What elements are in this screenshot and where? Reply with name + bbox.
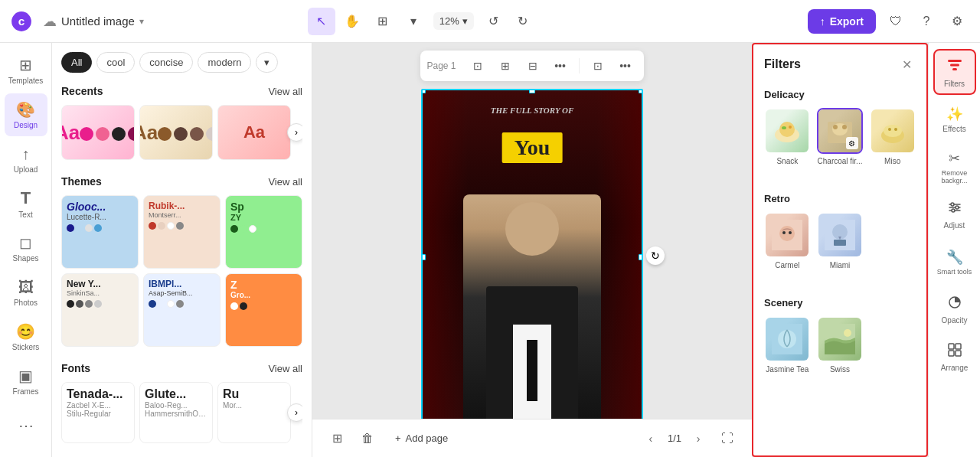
- recent-card-1[interactable]: Aa: [61, 105, 135, 160]
- handle-top-left[interactable]: [421, 89, 426, 93]
- zoom-control[interactable]: 12% ▾: [433, 12, 474, 30]
- canvas-rotate-handle[interactable]: ↻: [646, 246, 665, 265]
- arrange-icon: [947, 342, 962, 361]
- theme-card-sp[interactable]: Sp ZY: [225, 195, 302, 269]
- handle-middle-right[interactable]: [639, 254, 643, 260]
- recents-grid: Aa Aa: [61, 105, 302, 160]
- svg-rect-26: [948, 60, 962, 62]
- canvas-fullscreen-button[interactable]: ⛶: [715, 426, 740, 451]
- themes-title: Themes: [61, 175, 102, 188]
- sidebar-item-text[interactable]: T Text: [5, 182, 47, 225]
- add-page-button[interactable]: + Add page: [386, 428, 457, 449]
- sidebar-item-photos[interactable]: 🖼 Photos: [5, 271, 47, 314]
- theme-card-z[interactable]: Z Gro...: [225, 273, 302, 347]
- handle-top-right[interactable]: [639, 89, 643, 93]
- tag-all[interactable]: All: [61, 52, 92, 73]
- svg-rect-36: [956, 351, 961, 356]
- right-sidebar-smart-tools[interactable]: 🔧 Smart tools: [933, 239, 976, 285]
- design-panel: All cool concise modern ▾ Recents View a…: [52, 43, 312, 457]
- canvas-extra-button-2[interactable]: •••: [613, 54, 638, 78]
- right-sidebar-filters[interactable]: Filters: [933, 49, 976, 95]
- tag-more-button[interactable]: ▾: [256, 52, 278, 73]
- filter-charcoal[interactable]: ⚙ Charcoal fir...: [817, 108, 864, 165]
- sidebar-item-upload[interactable]: ↑ Upload: [5, 138, 47, 181]
- canvas-delete-button[interactable]: 🗑: [355, 426, 380, 451]
- filter-carmel[interactable]: Carmel: [764, 212, 811, 269]
- canvas-copy-button[interactable]: ⊟: [521, 54, 545, 78]
- sidebar-item-frames[interactable]: ▣ Frames: [5, 360, 47, 403]
- fonts-next-button[interactable]: ›: [287, 403, 302, 422]
- export-button[interactable]: ↑ Export: [808, 9, 876, 34]
- sidebar-item-templates[interactable]: ⊞ Templates: [5, 49, 47, 92]
- main-content: ⊞ Templates 🎨 Design ↑ Upload T Text ◻ S…: [0, 43, 980, 457]
- right-sidebar-arrange[interactable]: Arrange: [933, 334, 976, 380]
- layout-tool-button[interactable]: ⊞: [369, 8, 397, 35]
- miami-thumb: [817, 212, 863, 258]
- tag-modern[interactable]: modern: [198, 52, 251, 73]
- font-glute-sub2: HammersmithOn...: [145, 410, 207, 418]
- snack-thumb: [764, 108, 810, 154]
- tag-cool[interactable]: cool: [96, 52, 135, 73]
- sidebar-item-design[interactable]: 🎨 Design: [5, 93, 47, 136]
- theme-card-newy[interactable]: New Y... SinkinSa...: [61, 273, 139, 347]
- fonts-view-all[interactable]: View all: [268, 363, 302, 374]
- font-card-glute[interactable]: Glute... Baloo-Reg... HammersmithOn...: [139, 382, 213, 443]
- font-card-tenada[interactable]: Tenada-... Zacbel X-E... Stilu-Regular: [61, 382, 135, 443]
- canvas-frame-button[interactable]: ⊡: [466, 54, 490, 78]
- font-card-ru[interactable]: Ru Mor...: [217, 382, 291, 443]
- recent-card-2[interactable]: Aa: [139, 105, 213, 160]
- handle-middle-left[interactable]: [421, 254, 426, 260]
- canvas-frame[interactable]: THE FULL STORY OF You: [421, 89, 643, 426]
- hand-tool-button[interactable]: ✋: [338, 8, 366, 35]
- right-sidebar-opacity[interactable]: Opacity: [933, 286, 976, 332]
- recents-view-all[interactable]: View all: [268, 86, 302, 97]
- filters-title: Filters: [764, 57, 801, 71]
- layout-chevron-button[interactable]: ▾: [400, 8, 427, 35]
- page-prev-button[interactable]: ‹: [640, 428, 662, 449]
- filter-snack[interactable]: Snack: [764, 108, 811, 165]
- themes-header: Themes View all: [61, 175, 302, 188]
- theme-card-ibm[interactable]: IBMPl... Asap-SemiB...: [143, 273, 220, 347]
- right-sidebar-adjust[interactable]: Adjust: [933, 191, 976, 237]
- redo-button[interactable]: ↻: [509, 8, 537, 35]
- canvas-extra-button-1[interactable]: ⊡: [586, 54, 610, 78]
- page-next-button[interactable]: ›: [688, 428, 709, 449]
- svg-point-8: [833, 125, 838, 129]
- document-title[interactable]: Untitled image: [61, 15, 135, 28]
- right-sidebar-effects[interactable]: ✨ Effects: [933, 96, 976, 142]
- recent-card-3[interactable]: Aa: [217, 105, 291, 160]
- filter-miami[interactable]: Miami: [817, 212, 864, 269]
- canvas-text-top: THE FULL STORY OF: [491, 106, 574, 115]
- theme-card-rubik[interactable]: Rubik-... Montserr...: [143, 195, 220, 269]
- sidebar-item-stickers[interactable]: 😊 Stickers: [5, 315, 47, 358]
- sidebar-item-more[interactable]: ⋯: [5, 404, 47, 447]
- sidebar-item-shapes[interactable]: ◻ Shapes: [5, 227, 47, 269]
- tag-concise[interactable]: concise: [139, 52, 193, 73]
- canvas-add-page-icon-button[interactable]: ⊞: [325, 426, 349, 451]
- right-sidebar: Filters ✨ Effects ✂ Remove backgr... Adj…: [928, 43, 980, 457]
- recents-next-button[interactable]: ›: [287, 123, 302, 142]
- more-icon: ⋯: [18, 416, 34, 435]
- right-sidebar-remove-bg[interactable]: ✂ Remove backgr...: [933, 144, 976, 190]
- shield-button[interactable]: 🛡: [882, 8, 910, 35]
- settings-button[interactable]: ⚙: [943, 8, 971, 35]
- theme-card-glooc[interactable]: Glooc... Lucette-R...: [61, 195, 139, 269]
- effects-icon: ✨: [946, 106, 963, 122]
- title-chevron-icon[interactable]: ▾: [139, 16, 144, 27]
- help-button[interactable]: ?: [913, 8, 940, 35]
- svg-point-13: [894, 128, 897, 131]
- filter-jasmine-tea[interactable]: Jasmine Tea: [764, 316, 811, 374]
- filters-close-button[interactable]: ✕: [897, 55, 916, 73]
- filter-swiss[interactable]: Swiss: [817, 316, 864, 374]
- undo-button[interactable]: ↺: [480, 8, 508, 35]
- filter-miso[interactable]: Miso: [869, 108, 916, 165]
- themes-view-all[interactable]: View all: [268, 176, 302, 188]
- photos-label: Photos: [14, 299, 38, 307]
- canvas-bottom-bar: ⊞ 🗑 + Add page ‹ 1/1 › ⛶: [312, 419, 752, 457]
- svg-point-3: [779, 122, 795, 137]
- select-tool-button[interactable]: ↖: [308, 8, 335, 35]
- canva-logo[interactable]: c: [9, 9, 34, 34]
- canvas-grid-button[interactable]: ⊞: [493, 54, 518, 78]
- canvas-more-button[interactable]: •••: [548, 54, 573, 78]
- handle-top-center[interactable]: [529, 89, 535, 93]
